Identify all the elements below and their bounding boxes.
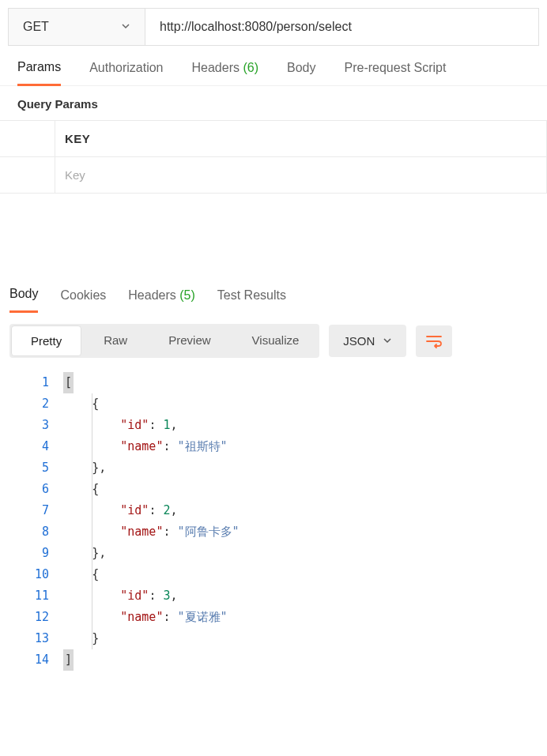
query-params-heading: Query Params [0, 86, 547, 120]
format-value: JSON [343, 334, 375, 348]
response-view-controls: Pretty Raw Preview Visualize JSON [0, 313, 547, 369]
view-preview[interactable]: Preview [148, 324, 231, 358]
line-number: 8 [0, 521, 63, 543]
line-number: 2 [0, 393, 63, 415]
table-row: Key [0, 157, 547, 193]
resp-tab-headers-count: (5) [179, 288, 195, 302]
http-method-value: GET [23, 20, 49, 34]
view-pretty[interactable]: Pretty [11, 325, 81, 356]
format-select[interactable]: JSON [329, 325, 406, 357]
line-number: 11 [0, 585, 63, 607]
tab-authorization[interactable]: Authorization [89, 61, 163, 85]
line-number: 14 [0, 649, 63, 671]
line-number: 4 [0, 436, 63, 457]
line-number: 5 [0, 457, 63, 479]
tab-headers[interactable]: Headers (6) [192, 61, 259, 85]
tab-params[interactable]: Params [17, 60, 61, 86]
line-number: 12 [0, 607, 63, 628]
tab-headers-count: (6) [243, 61, 258, 74]
resp-tab-headers-label: Headers [128, 288, 175, 302]
key-input[interactable]: Key [55, 157, 547, 193]
tab-body[interactable]: Body [287, 61, 315, 85]
resp-tab-cookies[interactable]: Cookies [60, 288, 106, 312]
resp-tab-headers[interactable]: Headers (5) [128, 288, 195, 312]
line-number: 6 [0, 479, 63, 500]
view-visualize[interactable]: Visualize [232, 324, 320, 358]
http-method-select[interactable]: GET [8, 8, 145, 46]
tab-pre-request[interactable]: Pre-request Script [344, 61, 446, 85]
chevron-down-icon [121, 20, 130, 34]
url-value: http://localhost:8080/person/select [160, 20, 352, 34]
table-header-row: KEY [0, 121, 547, 157]
resp-tab-test-results[interactable]: Test Results [217, 288, 286, 312]
line-number: 3 [0, 415, 63, 436]
line-number: 7 [0, 500, 63, 521]
line-number: 10 [0, 564, 63, 585]
key-column-header: KEY [55, 121, 547, 156]
view-mode-group: Pretty Raw Preview Visualize [9, 324, 319, 358]
wrap-icon [425, 333, 443, 349]
query-params-table: KEY Key [0, 120, 547, 194]
checkbox-column-header [0, 121, 55, 156]
tab-headers-label: Headers [192, 61, 240, 74]
url-input[interactable]: http://localhost:8080/person/select [145, 8, 539, 46]
request-tabs: Params Authorization Headers (6) Body Pr… [0, 54, 547, 86]
view-raw[interactable]: Raw [83, 324, 148, 358]
resp-tab-body[interactable]: Body [9, 287, 38, 313]
chevron-down-icon [383, 334, 392, 348]
wrap-lines-button[interactable] [416, 325, 452, 357]
response-body-viewer[interactable]: 1[ 2 { 3 "id": 1, 4 "name": "祖斯特" 5 }, 6… [0, 369, 547, 674]
line-number: 13 [0, 628, 63, 649]
line-number: 1 [0, 372, 63, 393]
line-number: 9 [0, 543, 63, 564]
response-tabs: Body Cookies Headers (5) Test Results [0, 280, 547, 313]
key-placeholder: Key [65, 168, 85, 182]
row-checkbox-cell[interactable] [0, 157, 55, 193]
